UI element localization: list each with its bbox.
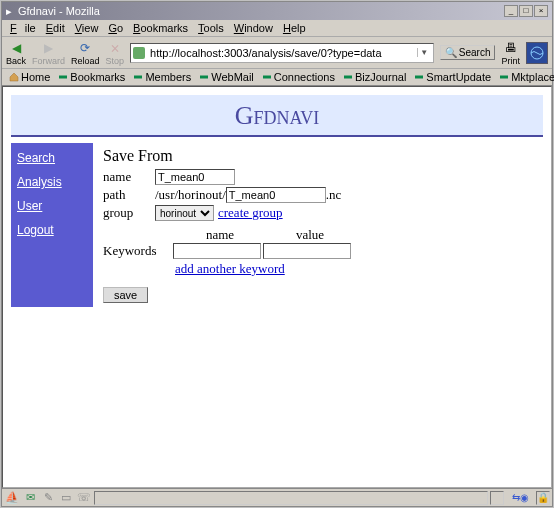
main-panel: Save From name path /usr/horinout/ .nc g… [93, 143, 543, 307]
statusbar: ⛵ ✉ ✎ ▭ ☏ ⇆◉ 🔒 [2, 488, 552, 506]
toolbar: ◀ Back ▶ Forward ⟳ Reload ⨯ Stop ▼ 🔍 Sea… [2, 37, 552, 69]
navigator-icon[interactable]: ⛵ [4, 491, 20, 505]
stop-button[interactable]: ⨯ Stop [106, 40, 125, 66]
link-connections[interactable]: Connections [259, 71, 338, 83]
forward-icon: ▶ [41, 40, 57, 56]
menu-go[interactable]: Go [104, 21, 127, 35]
link-bookmarks[interactable]: Bookmarks [55, 71, 128, 83]
link-icon [199, 72, 209, 82]
print-icon: 🖶 [503, 40, 519, 56]
url-bar[interactable]: ▼ [130, 43, 434, 63]
form-heading: Save From [103, 147, 533, 165]
group-select[interactable]: horinout [155, 205, 214, 221]
keyword-name-input[interactable] [173, 243, 261, 259]
search-icon: 🔍 [445, 47, 457, 58]
link-icon [262, 72, 272, 82]
url-input[interactable] [148, 46, 417, 60]
link-icon [133, 72, 143, 82]
link-icon [499, 72, 509, 82]
close-button[interactable]: × [534, 5, 548, 17]
sidebar-item-logout[interactable]: Logout [17, 223, 87, 237]
maximize-button[interactable]: □ [519, 5, 533, 17]
menu-tools[interactable]: Tools [194, 21, 228, 35]
reload-icon: ⟳ [77, 40, 93, 56]
menu-view[interactable]: View [71, 21, 103, 35]
link-icon [414, 72, 424, 82]
forward-button[interactable]: ▶ Forward [32, 40, 65, 66]
save-button[interactable]: save [103, 287, 148, 303]
window-title: Gfdnavi - Mozilla [18, 5, 503, 17]
status-message [94, 491, 488, 505]
composer-icon[interactable]: ✎ [40, 491, 56, 505]
app-icon: ▸ [6, 5, 18, 18]
name-input[interactable] [155, 169, 235, 185]
connection-icon[interactable]: ⇆◉ [506, 491, 534, 505]
bookmark-icon [58, 72, 68, 82]
search-button[interactable]: 🔍 Search [440, 45, 496, 60]
personal-toolbar: Home Bookmarks Members WebMail Connectio… [2, 69, 552, 86]
sidebar-item-user[interactable]: User [17, 199, 87, 213]
name-label: name [103, 169, 155, 185]
page-banner: Gfdnavi [11, 95, 543, 137]
menu-help[interactable]: Help [279, 21, 310, 35]
menu-file[interactable]: File [6, 21, 40, 35]
back-icon: ◀ [8, 40, 24, 56]
offline-icon[interactable] [490, 491, 504, 505]
link-icon [343, 72, 353, 82]
mail-icon[interactable]: ✉ [22, 491, 38, 505]
link-webmail[interactable]: WebMail [196, 71, 257, 83]
back-button[interactable]: ◀ Back [6, 40, 26, 66]
brand-title: Gfdnavi [11, 101, 543, 131]
keyword-value-input[interactable] [263, 243, 351, 259]
link-mktplace[interactable]: Mktplace [496, 71, 554, 83]
home-icon [9, 72, 19, 82]
menubar: File Edit View Go Bookmarks Tools Window… [2, 20, 552, 37]
sidebar-item-analysis[interactable]: Analysis [17, 175, 87, 189]
path-suffix: .nc [326, 187, 342, 203]
titlebar: ▸ Gfdnavi - Mozilla _ □ × [2, 2, 552, 20]
sidebar: Search Analysis User Logout [11, 143, 93, 307]
throbber-icon [526, 42, 548, 64]
link-bizjournal[interactable]: BizJournal [340, 71, 409, 83]
path-label: path [103, 187, 155, 203]
bookmark-page-icon[interactable] [133, 47, 145, 59]
link-home[interactable]: Home [6, 71, 53, 83]
link-smartupdate[interactable]: SmartUpdate [411, 71, 494, 83]
viewport: Gfdnavi Search Analysis User Logout Save… [2, 86, 552, 488]
minimize-button[interactable]: _ [504, 5, 518, 17]
create-group-link[interactable]: create group [218, 205, 283, 221]
print-button[interactable]: 🖶 Print [501, 40, 520, 66]
menu-window[interactable]: Window [230, 21, 277, 35]
keywords-label: Keywords [103, 243, 173, 259]
kw-name-header: name [175, 227, 265, 243]
address-icon[interactable]: ▭ [58, 491, 74, 505]
menu-edit[interactable]: Edit [42, 21, 69, 35]
add-keyword-link[interactable]: add another keyword [175, 261, 285, 277]
sidebar-item-search[interactable]: Search [17, 151, 87, 165]
reload-button[interactable]: ⟳ Reload [71, 40, 100, 66]
path-prefix: /usr/horinout/ [155, 187, 226, 203]
url-dropdown-icon[interactable]: ▼ [417, 48, 431, 57]
irc-icon[interactable]: ☏ [76, 491, 92, 505]
link-members[interactable]: Members [130, 71, 194, 83]
group-label: group [103, 205, 155, 221]
kw-value-header: value [265, 227, 355, 243]
stop-icon: ⨯ [107, 40, 123, 56]
security-icon[interactable]: 🔒 [536, 491, 550, 505]
path-input[interactable] [226, 187, 326, 203]
menu-bookmarks[interactable]: Bookmarks [129, 21, 192, 35]
